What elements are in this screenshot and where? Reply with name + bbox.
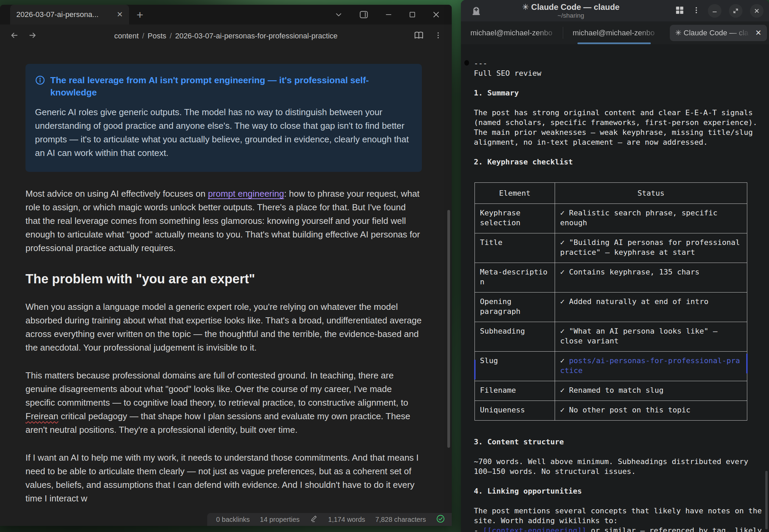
keyphrase-checklist-table: Element Status Keyphrase selection ✓Real… bbox=[475, 182, 747, 421]
breadcrumb-item[interactable]: content bbox=[114, 32, 139, 40]
tab-list-chevron-icon[interactable] bbox=[334, 10, 343, 19]
section-heading: The problem with "you are an expert" bbox=[25, 272, 422, 286]
review-title: Full SEO review bbox=[474, 68, 763, 78]
back-arrow-icon[interactable] bbox=[10, 31, 19, 41]
prompt-bullet bbox=[464, 60, 469, 66]
check-icon: ✓ bbox=[560, 268, 565, 276]
table-row: Meta-description ✓Contains keyphrase, 13… bbox=[475, 263, 747, 292]
sidebar-toggle-icon[interactable] bbox=[359, 10, 369, 20]
terminal-title: ✳ Claude Code — claude bbox=[522, 2, 620, 12]
close-button[interactable] bbox=[432, 11, 440, 19]
more-options-kebab-icon[interactable] bbox=[434, 31, 442, 41]
prompt-engineering-link[interactable]: prompt engineering bbox=[208, 189, 284, 199]
obsidian-tab-strip: 2026-03-07-ai-persona... ✕ + bbox=[0, 5, 452, 24]
terminal-window: ✳ Claude Code — claude ~/sharing michael… bbox=[461, 0, 769, 532]
breadcrumb-item-current[interactable]: 2026-03-07-ai-personas-for-professional-… bbox=[175, 32, 338, 40]
paragraph: This matters because professional domain… bbox=[25, 369, 422, 437]
terminal-output[interactable]: --- Full SEO review 1. Summary The post … bbox=[461, 44, 769, 532]
reading-mode-book-icon[interactable] bbox=[414, 30, 424, 42]
wikilink[interactable]: [[context-engineering]] bbox=[483, 526, 587, 532]
terminal-tab-3[interactable]: ✳ Claude Code — cla ✕ bbox=[670, 25, 767, 41]
paragraph: Most advice on using AI effectively focu… bbox=[25, 187, 422, 255]
keyphrase-heading: 2. Keyphrase checklist bbox=[474, 157, 763, 167]
breadcrumb-item[interactable]: Posts bbox=[148, 32, 166, 40]
table-row: Subheading ✓"What an AI persona looks li… bbox=[475, 322, 747, 352]
minimize-button[interactable] bbox=[708, 4, 721, 18]
sync-check-icon[interactable] bbox=[436, 514, 445, 525]
table-row: Title ✓"Building AI personas for profess… bbox=[475, 233, 747, 263]
callout-body: Generic AI roles give generic outputs. T… bbox=[35, 105, 412, 160]
terminal-tab-bar: michael@michael-zenbo michael@michael-ze… bbox=[461, 21, 769, 44]
terminal-tab-2-active[interactable]: michael@michael-zenbo bbox=[563, 21, 665, 44]
menu-kebab-icon[interactable] bbox=[692, 5, 700, 16]
character-count: 7,828 characters bbox=[375, 516, 426, 524]
forward-arrow-icon[interactable] bbox=[28, 31, 37, 41]
terminal-scrollbar[interactable] bbox=[765, 471, 768, 529]
slug-link[interactable]: posts/ai-personas-for-professional-pract… bbox=[560, 356, 740, 375]
tab-close-icon[interactable]: ✕ bbox=[755, 29, 762, 37]
properties-count[interactable]: 14 properties bbox=[260, 516, 300, 524]
minimize-button[interactable] bbox=[385, 11, 393, 19]
table-row: Slug ✓posts/ai-personas-for-professional… bbox=[475, 352, 747, 381]
check-icon: ✓ bbox=[560, 327, 565, 335]
status-bar: 0 backlinks 14 properties 1,174 words 7,… bbox=[207, 513, 452, 526]
restore-window-button[interactable] bbox=[729, 4, 743, 18]
info-circle-icon bbox=[35, 74, 45, 87]
note-tab-title: 2026-03-07-ai-persona... bbox=[16, 10, 112, 19]
linking-body: The post mentions several concepts that … bbox=[474, 506, 763, 532]
tab-overview-grid-icon[interactable] bbox=[675, 5, 685, 17]
breadcrumb: content/Posts/2026-03-07-ai-personas-for… bbox=[114, 32, 338, 40]
table-row: Opening paragraph ✓Added naturally at en… bbox=[475, 292, 747, 322]
note-tab[interactable]: 2026-03-07-ai-persona... ✕ bbox=[10, 5, 129, 24]
obsidian-window: 2026-03-07-ai-persona... ✕ + bbox=[0, 5, 452, 526]
callout-title: The real leverage from AI isn't prompt e… bbox=[50, 74, 373, 99]
table-row: Filename ✓Renamed to match slug bbox=[475, 381, 747, 401]
terminal-working-directory: ~/sharing bbox=[557, 12, 584, 19]
check-icon: ✓ bbox=[560, 356, 565, 365]
summary-body: The post has strong original content and… bbox=[474, 108, 763, 147]
editor-scrollbar[interactable] bbox=[447, 210, 450, 448]
paragraph: If I want an AI to help me with my work,… bbox=[25, 451, 422, 505]
info-callout: The real leverage from AI isn't prompt e… bbox=[25, 64, 422, 172]
check-icon: ✓ bbox=[560, 406, 565, 414]
new-terminal-tab-icon[interactable] bbox=[470, 5, 483, 18]
frontmatter-divider: --- bbox=[474, 58, 763, 68]
terminal-titlebar: ✳ Claude Code — claude ~/sharing bbox=[461, 0, 769, 21]
check-icon: ✓ bbox=[560, 238, 565, 247]
close-button[interactable] bbox=[750, 4, 764, 18]
check-icon: ✓ bbox=[560, 209, 565, 217]
note-editor[interactable]: The real leverage from AI isn't prompt e… bbox=[0, 48, 452, 526]
terminal-tab-1[interactable]: michael@michael-zenbo bbox=[461, 21, 563, 44]
maximize-button[interactable] bbox=[408, 11, 416, 19]
paragraph: When you assign a language model a gener… bbox=[25, 300, 422, 354]
edit-pencil-icon[interactable] bbox=[310, 515, 318, 525]
content-structure-heading: 3. Content structure bbox=[474, 437, 763, 447]
table-row: Uniqueness ✓No other post on this topic bbox=[475, 401, 747, 421]
check-icon: ✓ bbox=[560, 297, 565, 306]
summary-heading: 1. Summary bbox=[474, 88, 763, 98]
column-header: Element bbox=[475, 183, 555, 204]
new-tab-button[interactable]: + bbox=[137, 5, 143, 24]
table-row: Keyphrase selection ✓Realistic search ph… bbox=[475, 204, 747, 233]
column-header: Status bbox=[555, 183, 747, 204]
linking-heading: 4. Linking opportunities bbox=[474, 486, 763, 496]
backlinks-count[interactable]: 0 backlinks bbox=[216, 516, 250, 524]
misspelled-word: Freirean bbox=[25, 411, 58, 421]
word-count: 1,174 words bbox=[328, 516, 365, 524]
content-structure-body: ~700 words. Well above minimum. Subheadi… bbox=[474, 457, 763, 476]
tab-close-icon[interactable]: ✕ bbox=[117, 11, 123, 18]
check-icon: ✓ bbox=[560, 386, 565, 394]
